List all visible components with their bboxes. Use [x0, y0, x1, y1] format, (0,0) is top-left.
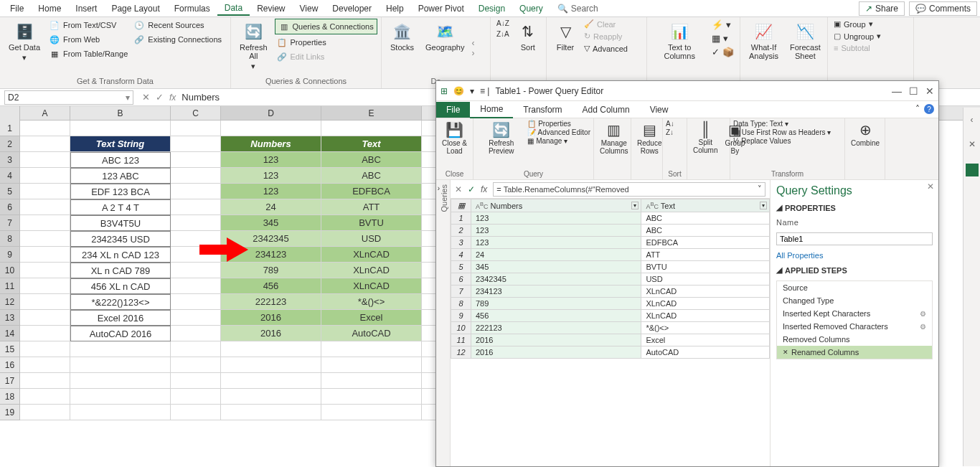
sort-za[interactable]: Z↓A: [495, 29, 511, 39]
pq-index-header[interactable]: ▦: [451, 199, 471, 212]
manage-columns-button[interactable]: ▥Manage Columns: [597, 120, 631, 156]
tab-design[interactable]: Design: [471, 2, 512, 15]
filter-button[interactable]: ▽Filter: [551, 19, 580, 55]
queries-connections-button[interactable]: ▥Queries & Connections: [275, 19, 377, 34]
cell[interactable]: [221, 373, 321, 389]
pq-cell[interactable]: 123: [471, 237, 641, 249]
pq-index-cell[interactable]: 11: [451, 334, 471, 346]
share-button[interactable]: ↗Share: [859, 1, 905, 16]
cell[interactable]: [20, 215, 70, 231]
refresh-preview-button[interactable]: 🔄Refresh Preview: [476, 120, 526, 156]
pq-cell[interactable]: 234123: [471, 286, 641, 298]
cell[interactable]: [221, 121, 321, 136]
gear-icon[interactable]: ⚙: [920, 323, 926, 331]
row-header[interactable]: 9: [0, 247, 20, 263]
chevron-down-icon[interactable]: ▾: [470, 86, 474, 96]
reduce-rows-button[interactable]: ▤Reduce Rows: [634, 120, 664, 156]
cell[interactable]: [171, 199, 221, 215]
pq-index-cell[interactable]: 8: [451, 298, 471, 310]
enter-icon[interactable]: ✓: [468, 184, 475, 194]
sort-button[interactable]: ⇅Sort: [514, 19, 542, 55]
row-header[interactable]: 5: [0, 184, 20, 199]
pq-cell[interactable]: XLnCAD: [641, 286, 770, 298]
subtotal-button[interactable]: ≡Subtotal: [832, 43, 882, 53]
sort-az[interactable]: A↓Z: [495, 19, 511, 28]
row-header[interactable]: 3: [0, 152, 20, 168]
filter-dropdown-icon[interactable]: ▾: [760, 202, 767, 209]
cell[interactable]: [321, 357, 422, 373]
cell[interactable]: [171, 278, 221, 294]
cell[interactable]: [321, 373, 422, 389]
select-all-corner[interactable]: [0, 106, 20, 122]
cell[interactable]: [171, 326, 221, 341]
cell[interactable]: Excel: [321, 310, 422, 326]
cell[interactable]: [20, 278, 70, 294]
tab-developer[interactable]: Developer: [325, 2, 379, 15]
cancel-icon[interactable]: ✕: [455, 184, 462, 194]
cell[interactable]: [70, 389, 171, 405]
cell[interactable]: [20, 263, 70, 278]
clear-button[interactable]: 🧹Clear: [583, 19, 629, 29]
pq-tab-add-column[interactable]: Add Column: [573, 102, 640, 118]
delete-step-icon[interactable]: ✕: [783, 349, 788, 356]
pq-index-cell[interactable]: 9: [451, 310, 471, 322]
cell[interactable]: XLnCAD: [321, 263, 422, 278]
remove-dup[interactable]: ▦ ▾: [710, 32, 735, 44]
pq-tab-view[interactable]: View: [640, 102, 679, 118]
sort-asc[interactable]: A↓: [666, 120, 674, 128]
cell[interactable]: 2016: [221, 310, 321, 326]
text-to-columns-button[interactable]: 📊Text to Columns: [651, 19, 707, 63]
cell[interactable]: XLnCAD: [321, 278, 422, 294]
cell[interactable]: [20, 310, 70, 326]
first-row-headers[interactable]: ▦ Use First Row as Headers ▾: [733, 128, 831, 136]
cell[interactable]: 123: [221, 152, 321, 168]
pq-cell[interactable]: 456: [471, 310, 641, 322]
pq-index-cell[interactable]: 3: [451, 237, 471, 249]
cell[interactable]: [171, 294, 221, 310]
cell[interactable]: [20, 373, 70, 389]
cell[interactable]: [20, 405, 70, 420]
cell[interactable]: 2016: [221, 326, 321, 341]
cell[interactable]: [20, 136, 70, 152]
cell[interactable]: [70, 357, 171, 373]
cell[interactable]: *&()<>: [321, 294, 422, 310]
properties-section[interactable]: ◢PROPERTIES: [776, 203, 933, 212]
applied-steps-section[interactable]: ◢APPLIED STEPS: [776, 265, 933, 275]
pq-cell[interactable]: ATT: [641, 249, 770, 261]
cell[interactable]: [20, 184, 70, 199]
pq-cell[interactable]: ABC: [641, 225, 770, 237]
col-header-c[interactable]: C: [171, 106, 221, 120]
close-button[interactable]: ✕: [925, 85, 934, 97]
pq-index-cell[interactable]: 4: [451, 249, 471, 261]
tab-data[interactable]: Data: [217, 1, 250, 16]
cell[interactable]: 123: [221, 184, 321, 199]
queries-rail[interactable]: › Queries: [436, 180, 451, 466]
fx-icon[interactable]: fx: [481, 184, 487, 194]
row-header[interactable]: 17: [0, 373, 20, 389]
cell[interactable]: [221, 357, 321, 373]
pq-cell[interactable]: USD: [641, 273, 770, 286]
cell[interactable]: [20, 231, 70, 247]
close-icon[interactable]: ✕: [969, 139, 976, 149]
cell[interactable]: 234 XL n CAD 123: [70, 247, 171, 263]
pq-row[interactable]: 122016AutoCAD: [451, 346, 770, 359]
tab-page-layout[interactable]: Page Layout: [104, 2, 166, 15]
cell[interactable]: [171, 121, 221, 136]
pq-cell[interactable]: 2016: [471, 334, 641, 346]
existing-connections[interactable]: 🔗Existing Connections: [132, 33, 223, 46]
row-header[interactable]: 12: [0, 294, 20, 310]
cell[interactable]: [171, 310, 221, 326]
help-icon[interactable]: ?: [924, 104, 934, 114]
cell[interactable]: [321, 341, 422, 357]
row-header[interactable]: 8: [0, 231, 20, 247]
pq-col-text[interactable]: ABC Text▾: [641, 199, 770, 212]
cell[interactable]: [20, 294, 70, 310]
pq-title-bar[interactable]: ⊞ 😊▾ ≡ | Table1 - Power Query Editor — ☐…: [436, 81, 938, 101]
cell[interactable]: [171, 184, 221, 199]
cell[interactable]: 789: [221, 263, 321, 278]
pq-cell[interactable]: *&()<>: [641, 322, 770, 334]
applied-step[interactable]: Changed Type: [777, 294, 932, 307]
cell[interactable]: [321, 121, 422, 136]
col-header-e[interactable]: E: [321, 106, 422, 120]
edit-links-button[interactable]: 🔗Edit Links: [275, 50, 377, 63]
